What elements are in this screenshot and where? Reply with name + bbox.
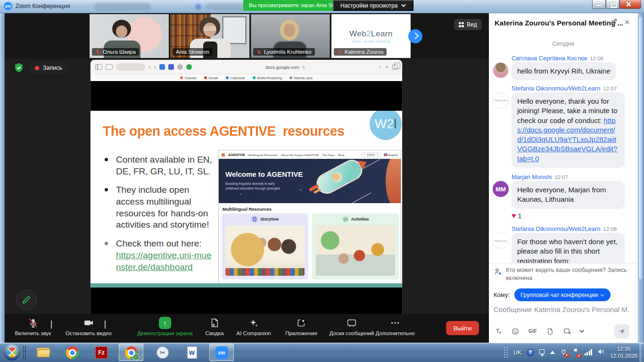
participant-name: Ania Skowron [176, 49, 209, 55]
card-label: Storytime [260, 217, 279, 222]
share-screen-button[interactable]: ↑ Демонстрация экрана [133, 317, 197, 336]
share-page-icon[interactable]: ↑ [379, 64, 382, 70]
bookmark-item[interactable]: MariaLusia [289, 76, 312, 80]
next-participants-button[interactable] [408, 29, 422, 43]
url-text: docs.google.com [265, 65, 299, 70]
recording-indicator[interactable]: Запись [29, 62, 68, 74]
leave-button[interactable]: Выйти [446, 321, 479, 335]
gif-icon[interactable]: GIF [528, 329, 537, 334]
file-icon[interactable] [546, 328, 554, 335]
start-button[interactable] [4, 344, 20, 361]
aero-blur-decoration [94, 3, 151, 10]
taskbar-chrome-active[interactable]: 0 [124, 346, 138, 360]
screenshot-icon[interactable] [563, 327, 571, 335]
extension-icon[interactable] [177, 64, 183, 70]
taskbar: Fz 0 ✂ W zm UK ? ✗ ✗ [0, 343, 644, 362]
new-tab-icon[interactable]: + [386, 64, 388, 70]
view-settings-dropdown[interactable]: Настройки просмотра [333, 0, 413, 11]
window-frame-scrollbar[interactable] [637, 13, 644, 343]
bookmark-item[interactable]: Gmail [204, 76, 218, 80]
chat-message: Hello everyone, thank you for joining! P… [512, 92, 625, 168]
clock[interactable]: 12:35 12.01.2026 [610, 346, 637, 360]
bookmark-item[interactable]: Claude [180, 76, 196, 80]
logo-text: 2 [366, 29, 371, 38]
send-button[interactable] [614, 324, 629, 338]
show-desktop-button[interactable] [640, 343, 644, 362]
help-icon[interactable]: ? [527, 349, 534, 356]
stop-video-button[interactable]: Остановить видео [60, 317, 117, 336]
slide: The open access AGENTIVE resources W2l C… [91, 111, 402, 288]
taskbar-chrome[interactable] [65, 346, 79, 360]
forward-icon[interactable]: › [154, 64, 157, 70]
message-time: 12:07 [603, 86, 617, 91]
more-label: Дополнительно [376, 330, 415, 336]
logo-tagline: Open. social learning [352, 40, 390, 43]
power-status-icon[interactable]: ✗ [560, 348, 567, 356]
summary-button[interactable]: Сводка [199, 317, 230, 336]
extension-icon[interactable] [186, 64, 192, 70]
summary-label: Сводка [206, 330, 224, 336]
whiteboard-icon [347, 318, 357, 328]
action-center-flag-icon[interactable]: ✗ [572, 348, 579, 357]
close-button[interactable] [619, 0, 641, 9]
minimize-button[interactable] [592, 0, 606, 9]
show-hidden-icons[interactable] [550, 351, 555, 354]
popout-icon[interactable] [611, 18, 618, 26]
folder-icon [37, 348, 50, 357]
participant-tile-ania[interactable]: Ania Skowron [170, 14, 249, 58]
apps-button[interactable]: Приложения [280, 317, 322, 336]
message-time: 12:08 [603, 226, 617, 232]
sidebar-icon[interactable] [95, 64, 102, 70]
emoji-icon[interactable] [512, 328, 519, 335]
address-bar[interactable]: docs.google.com↻ [195, 65, 376, 70]
more-button[interactable]: Дополнительно [372, 317, 419, 336]
video-options-chevron[interactable] [105, 321, 106, 328]
restore-windows-icon[interactable] [539, 349, 545, 356]
participant-tile-lyudmila[interactable]: Lyudmila Kruhlenko [251, 14, 330, 58]
maximize-button[interactable] [606, 0, 619, 9]
whiteboards-button[interactable]: Доски сообщений [325, 317, 378, 336]
tabs-copy-icon[interactable] [392, 65, 397, 70]
person-privacy-icon [494, 267, 502, 276]
book-icon [251, 216, 258, 222]
to-label: Кому: [494, 291, 510, 298]
extension-icon[interactable] [159, 64, 165, 70]
volume-icon[interactable] [597, 348, 605, 357]
scrollbar-thumb[interactable] [638, 16, 643, 280]
tab-overview-icon[interactable] [106, 64, 113, 70]
format-text-icon[interactable] [495, 328, 502, 335]
network-signal-icon[interactable] [585, 349, 593, 355]
agentive-site-screenshot: AGENTIVE Multilingual Resources About th… [218, 150, 401, 284]
profile-chip[interactable] [116, 63, 145, 71]
recipient-selector[interactable]: Групповой чат конференции [514, 288, 611, 301]
agentive-dashboard-link[interactable]: https://agentive.uni-muenster.de/dashboa… [116, 250, 212, 272]
back-icon[interactable]: ‹ [149, 64, 151, 70]
taskbar-zoom[interactable]: zm [215, 346, 229, 360]
language-indicator[interactable]: UK [513, 349, 521, 356]
taskbar-snipping-tool[interactable]: ✂ [156, 346, 170, 360]
view-mode-button[interactable]: Вид [454, 19, 482, 30]
participant-tile-katerina[interactable]: Web2Learn Open. social learning Katerina… [331, 14, 411, 58]
heart-reaction[interactable]: ♥1 [512, 212, 521, 220]
unmute-button[interactable]: Включить звук [8, 317, 58, 336]
extension-icon[interactable] [168, 64, 174, 70]
game-controller-icon [342, 216, 349, 222]
taskbar-word[interactable]: W [185, 346, 199, 360]
encryption-shield-icon[interactable] [13, 62, 25, 74]
participant-tile-olha[interactable]: Ольга Шкира [90, 14, 169, 58]
ai-companion-button[interactable]: AI Companion [230, 317, 277, 336]
muted-mic-icon [95, 49, 100, 55]
refresh-icon[interactable]: ↻ [302, 65, 306, 70]
taskbar-explorer[interactable] [36, 346, 50, 360]
w2l-logo: W2l [370, 111, 402, 140]
video-camera-icon [83, 317, 94, 329]
annotate-button[interactable] [16, 289, 37, 310]
chat-message-input[interactable] [494, 305, 630, 313]
taskbar-filezilla[interactable]: Fz [94, 346, 108, 360]
more-tools-chevron[interactable] [581, 329, 584, 333]
bookmark-item[interactable]: BetterRoaming [253, 76, 282, 80]
audio-options-chevron[interactable] [51, 321, 52, 328]
close-chat-icon[interactable]: × [625, 18, 630, 26]
bookmark-item[interactable]: Calendar [226, 76, 245, 80]
bookmark-label: Claude [184, 76, 196, 80]
